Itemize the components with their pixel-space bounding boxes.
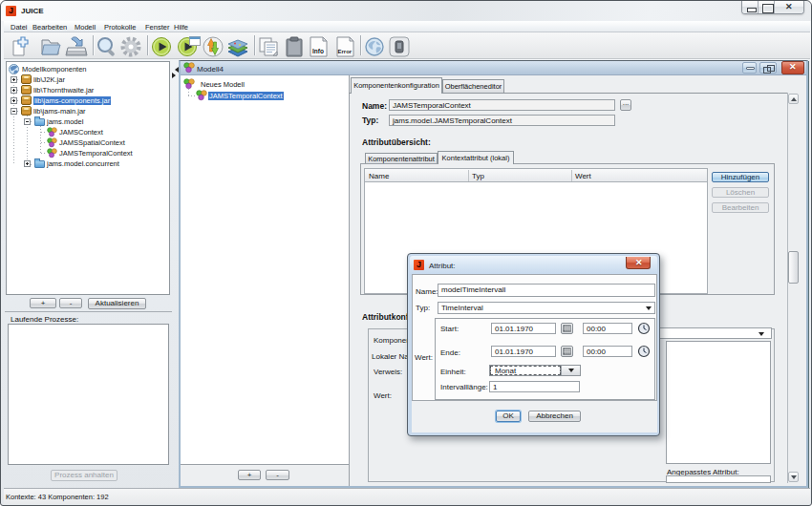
svg-text:Info: Info: [312, 48, 324, 54]
svg-text:Error: Error: [338, 49, 353, 54]
